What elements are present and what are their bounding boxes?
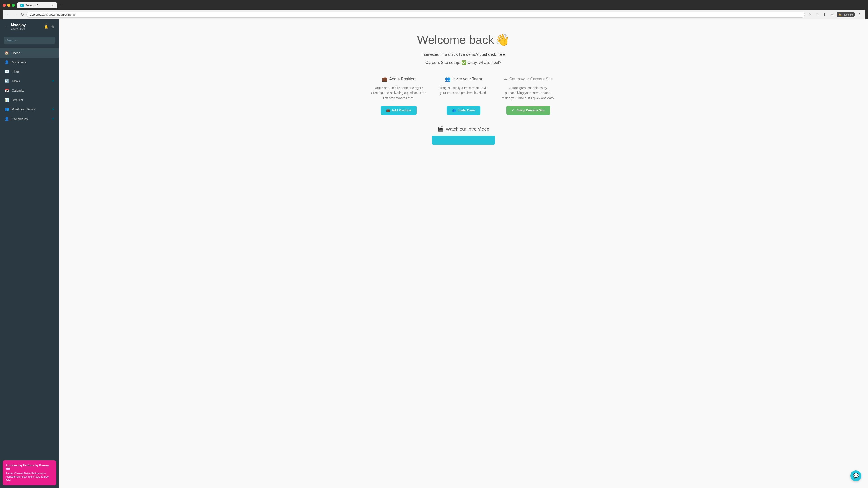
sidebar-item-label: Calendar bbox=[12, 89, 54, 92]
main-content-area: Welcome back 👋 Interested in a quick liv… bbox=[59, 20, 868, 488]
sidebar-header-icons: 🔔 ⚙ bbox=[44, 25, 54, 29]
add-position-card: 💼 Add a Position You're here to hire som… bbox=[371, 76, 427, 115]
cards-row: 💼 Add a Position You're here to hire som… bbox=[371, 76, 556, 115]
back-button[interactable]: ← bbox=[5, 12, 11, 18]
split-view-button[interactable]: ⊟ bbox=[829, 12, 835, 18]
candidates-add-icon[interactable]: + bbox=[52, 117, 54, 121]
positions-icon: 👥 bbox=[4, 107, 9, 111]
sidebar-promo[interactable]: Introducing Perform by Breezy HR Faster,… bbox=[3, 460, 56, 485]
card-title-team: 👥 Invite your Team bbox=[436, 76, 491, 82]
tab-title: Breezy HR bbox=[25, 4, 38, 7]
invite-team-button[interactable]: 👥 Invite Team bbox=[447, 106, 480, 115]
demo-link[interactable]: Just click here bbox=[480, 52, 505, 57]
home-icon: 🏠 bbox=[4, 51, 9, 55]
sidebar-header: ← Moodjoy Lauren Dell 🔔 ⚙ bbox=[0, 20, 59, 34]
menu-button[interactable]: ⋮ bbox=[857, 12, 863, 18]
notification-icon[interactable]: 🔔 bbox=[44, 25, 49, 29]
tab-favicon: B bbox=[20, 4, 24, 7]
check-icon: ✓ bbox=[504, 76, 507, 82]
browser-nav: ← → ↻ app.breezy.hr/app/c/moodjoy/home ☆… bbox=[3, 10, 865, 20]
btn-icon: 👥 bbox=[452, 108, 456, 112]
reload-button[interactable]: ↻ bbox=[20, 11, 25, 18]
briefcase-icon: 💼 bbox=[382, 76, 388, 82]
brand-name: Moodjoy bbox=[11, 23, 26, 27]
calendar-icon: 📅 bbox=[4, 88, 9, 93]
tasks-icon: ☑️ bbox=[4, 79, 9, 83]
btn-icon: 💼 bbox=[386, 108, 390, 112]
add-position-button[interactable]: 💼 Add Position bbox=[381, 106, 416, 115]
setup-careers-card: ✓ Setup your Careers Site Attract great … bbox=[500, 76, 556, 115]
video-placeholder[interactable] bbox=[432, 135, 495, 144]
incognito-badge: 🕵 Incognito bbox=[837, 12, 855, 17]
browser-chrome: B Breezy HR ✕ + ← → ↻ app.breezy.hr/app/… bbox=[0, 0, 868, 20]
sidebar-item-applicants[interactable]: 👤 Applicants bbox=[0, 58, 59, 67]
sidebar-nav: 🏠 Home 👤 Applicants ✉️ Inbox ☑️ Tasks + … bbox=[0, 46, 59, 458]
card-title-careers: ✓ Setup your Careers Site bbox=[500, 76, 556, 82]
candidates-icon: 👤 bbox=[4, 117, 9, 121]
sidebar-item-label: Positions / Pools bbox=[12, 107, 49, 111]
search-input[interactable] bbox=[4, 37, 55, 44]
inbox-icon: ✉️ bbox=[4, 69, 9, 74]
maximize-button[interactable] bbox=[12, 4, 15, 7]
sidebar-item-calendar[interactable]: 📅 Calendar bbox=[0, 86, 59, 95]
careers-check-icon: ✅ bbox=[461, 60, 466, 65]
card-desc-careers: Attract great candidates by personalizin… bbox=[500, 86, 556, 101]
minimize-button[interactable] bbox=[7, 4, 10, 7]
video-section: 🎬 Watch our Intro Video bbox=[371, 126, 556, 144]
sidebar-item-positions-pools[interactable]: 👥 Positions / Pools + bbox=[0, 104, 59, 114]
sidebar-item-label: Reports bbox=[12, 98, 54, 102]
sidebar-item-label: Candidates bbox=[12, 117, 49, 121]
card-desc-position: You're here to hire someone right? Creat… bbox=[371, 86, 427, 101]
sidebar-item-reports[interactable]: 📊 Reports bbox=[0, 95, 59, 104]
careers-setup-text: Careers Site setup: ✅ Okay, what's next? bbox=[371, 60, 556, 65]
applicants-icon: 👤 bbox=[4, 60, 9, 64]
close-button[interactable] bbox=[3, 4, 6, 7]
main-content: Welcome back 👋 Interested in a quick liv… bbox=[362, 20, 565, 154]
brand-user: Lauren Dell bbox=[11, 27, 26, 30]
team-icon: 👥 bbox=[445, 76, 451, 82]
setup-careers-button[interactable]: ✓ Setup Careers Site bbox=[506, 106, 550, 115]
sidebar-item-label: Inbox bbox=[12, 70, 54, 73]
forward-button[interactable]: → bbox=[13, 12, 18, 18]
back-arrow[interactable]: ← bbox=[4, 24, 8, 29]
active-tab[interactable]: B Breezy HR ✕ bbox=[17, 2, 57, 8]
sidebar-search bbox=[0, 34, 59, 46]
brand-info: Moodjoy Lauren Dell bbox=[11, 23, 26, 30]
card-desc-team: Hiring is usually a team effort. Invite … bbox=[436, 86, 491, 101]
invite-team-card: 👥 Invite your Team Hiring is usually a t… bbox=[436, 76, 491, 115]
sidebar-item-label: Tasks bbox=[12, 79, 49, 83]
card-title-position: 💼 Add a Position bbox=[371, 76, 427, 82]
chat-icon: 💬 bbox=[853, 473, 859, 479]
chat-bubble[interactable]: 💬 bbox=[850, 470, 861, 481]
app-container: ← Moodjoy Lauren Dell 🔔 ⚙ 🏠 Home 👤 Appli bbox=[0, 20, 868, 488]
sidebar-item-inbox[interactable]: ✉️ Inbox bbox=[0, 67, 59, 76]
sidebar-item-label: Home bbox=[12, 51, 54, 55]
sidebar-item-label: Applicants bbox=[12, 61, 54, 64]
promo-title: Introducing Perform by Breezy HR bbox=[6, 464, 53, 470]
address-text: app.breezy.hr/app/c/moodjoy/home bbox=[30, 13, 76, 16]
sidebar-item-candidates[interactable]: 👤 Candidates + bbox=[0, 114, 59, 124]
welcome-title: Welcome back bbox=[417, 33, 494, 46]
settings-icon[interactable]: ⚙ bbox=[51, 25, 54, 29]
nav-icons: ☆ ⬡ ⬇ ⊟ 🕵 Incognito ⋮ bbox=[807, 12, 863, 18]
welcome-row: Welcome back 👋 bbox=[371, 33, 556, 47]
extensions-button[interactable]: ⬡ bbox=[814, 12, 820, 18]
download-button[interactable]: ⬇ bbox=[822, 12, 827, 18]
tab-bar: B Breezy HR ✕ + bbox=[17, 2, 64, 8]
positions-add-icon[interactable]: + bbox=[52, 107, 54, 111]
sidebar: ← Moodjoy Lauren Dell 🔔 ⚙ 🏠 Home 👤 Appli bbox=[0, 20, 59, 488]
new-tab-button[interactable]: + bbox=[58, 2, 64, 8]
sidebar-brand: ← Moodjoy Lauren Dell bbox=[4, 23, 26, 30]
sidebar-item-tasks[interactable]: ☑️ Tasks + bbox=[0, 76, 59, 86]
address-bar[interactable]: app.breezy.hr/app/c/moodjoy/home bbox=[26, 11, 805, 18]
sidebar-item-home[interactable]: 🏠 Home bbox=[0, 48, 59, 58]
incognito-icon: 🕵 bbox=[838, 13, 842, 16]
bookmark-button[interactable]: ☆ bbox=[807, 12, 812, 18]
video-title: 🎬 Watch our Intro Video bbox=[371, 126, 556, 132]
promo-text: Faster, Cleaner, Better Performance Mana… bbox=[6, 472, 53, 482]
tasks-add-icon[interactable]: + bbox=[52, 78, 54, 84]
video-icon: 🎬 bbox=[437, 126, 443, 132]
btn-icon: ✓ bbox=[512, 108, 515, 112]
demo-text: Interested in a quick live demo? Just cl… bbox=[371, 52, 556, 57]
tab-close-button[interactable]: ✕ bbox=[52, 4, 54, 7]
